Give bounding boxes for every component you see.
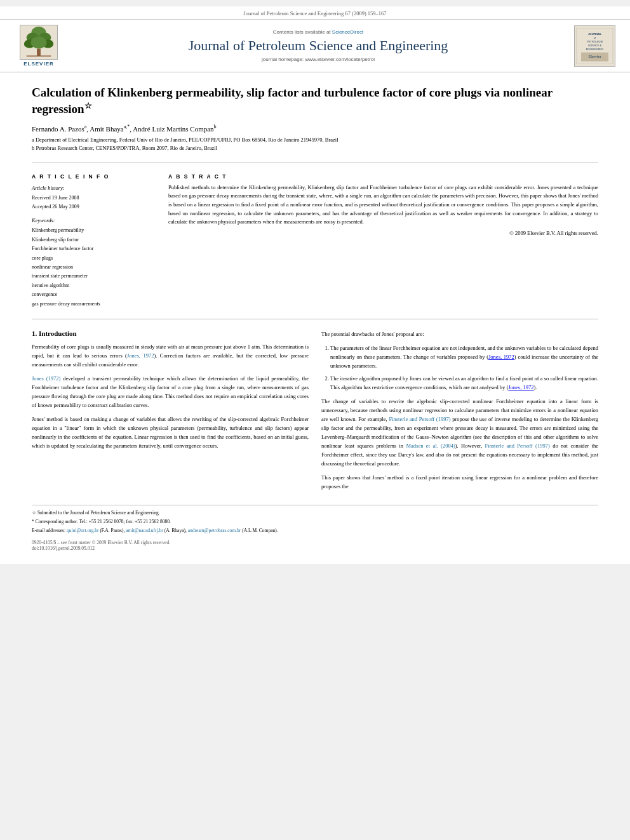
svg-point-6 bbox=[30, 36, 46, 48]
footnote-star: ☆ Submitted to the Journal of Petroleum … bbox=[32, 509, 598, 517]
elsevier-tree-image bbox=[20, 25, 58, 60]
copyright-notice: © 2009 Elsevier B.V. All rights reserved… bbox=[168, 229, 598, 238]
abstract-divider bbox=[32, 319, 598, 319]
intro-left-col: 1. Introduction Permeability of core plu… bbox=[32, 330, 309, 496]
email-link-3[interactable]: andream@petrobras.com.br bbox=[188, 528, 241, 533]
shows-para: This paper shows that Jones' method is a… bbox=[321, 473, 598, 491]
sciencedirect-link[interactable]: ScienceDirect bbox=[332, 29, 363, 35]
doi-text: doi:10.1016/j.petrol.2009.05.012 bbox=[32, 545, 598, 551]
intro-right-col: The potential drawbacks of Jones' propos… bbox=[321, 330, 598, 496]
issn-block: 0920-4105/$ – see front matter © 2009 El… bbox=[32, 540, 598, 551]
journal-badge-container: JOURNAL of PETROLEUM SCIENCE & ENGINEERI… bbox=[569, 25, 620, 67]
abstract-body: Published methods to determine the Klink… bbox=[168, 183, 598, 238]
drawback-item-1: The parameters of the linear Forchheimer… bbox=[330, 343, 598, 370]
keyword-3: Forchheimer turbulence factor bbox=[32, 244, 156, 253]
author-compan: , André Luiz Martins Compan bbox=[130, 124, 213, 132]
main-content: Calculation of Klinkenberg permeability,… bbox=[0, 72, 630, 564]
keyword-6: transient state permeameter bbox=[32, 272, 156, 281]
affiliation-1: a Department of Electrical Engineering, … bbox=[32, 136, 598, 144]
keyword-7: iterative algorithm bbox=[32, 281, 156, 290]
sciencedirect-label: Contents lists available at ScienceDirec… bbox=[67, 29, 569, 35]
citation-text: Journal of Petroleum Science and Enginee… bbox=[243, 10, 386, 17]
drawback-item-2: The iterative algorithm proposed by Jone… bbox=[330, 374, 598, 392]
issn-text: 0920-4105/$ – see front matter © 2009 El… bbox=[32, 540, 598, 545]
elsevier-brand-text: ELSEVIER bbox=[23, 61, 54, 67]
author-sup-b: b bbox=[214, 124, 217, 130]
ref-finsterle1997-1[interactable]: Finsterle and Persoff (1997) bbox=[389, 416, 450, 422]
homepage-url: journal homepage: www.elsevier.com/locat… bbox=[67, 57, 569, 62]
drawbacks-label: The potential drawbacks of Jones' propos… bbox=[321, 330, 598, 338]
accepted-date: Accepted 26 May 2009 bbox=[32, 203, 156, 211]
journal-title-block: Contents lists available at ScienceDirec… bbox=[67, 29, 569, 62]
keyword-2: Klinkenberg slip factor bbox=[32, 236, 156, 244]
journal-citation: Journal of Petroleum Science and Enginee… bbox=[0, 6, 630, 20]
keyword-5: nonlinear regression bbox=[32, 263, 156, 272]
keyword-1: Klinkenberg permeability bbox=[32, 226, 156, 235]
footnote-asterisk: * Corresponding author. Tel.: +55 21 256… bbox=[32, 518, 598, 526]
keywords-list: Klinkenberg permeability Klinkenberg sli… bbox=[32, 226, 156, 309]
footnote-star-text: ☆ Submitted to the Journal of Petroleum … bbox=[32, 510, 160, 516]
email-label: E-mail addresses: bbox=[32, 528, 65, 533]
keyword-8: convergence bbox=[32, 290, 156, 299]
email-link-2[interactable]: amit@nacad.ufrj.br bbox=[126, 528, 163, 533]
svg-text:SCIENCE &: SCIENCE & bbox=[587, 43, 601, 46]
svg-text:ENGINEERING: ENGINEERING bbox=[586, 48, 603, 51]
intro-para3: Jones' method is based on making a chang… bbox=[32, 415, 309, 450]
intro-heading: 1. Introduction bbox=[32, 330, 309, 337]
journal-main-title: Journal of Petroleum Science and Enginee… bbox=[67, 37, 569, 54]
ref-jones1972-1[interactable]: Jones, 1972 bbox=[127, 352, 154, 359]
ref-jones1972-2[interactable]: Jones (1972) bbox=[32, 375, 60, 382]
drawbacks-text: The potential drawbacks of Jones' propos… bbox=[321, 331, 424, 337]
author-bhaya: , Amit Bhaya bbox=[86, 124, 123, 132]
intro-para2: Jones (1972) developed a transient perme… bbox=[32, 374, 309, 410]
keywords-label: Keywords: bbox=[32, 217, 156, 223]
ref-jones1972-4[interactable]: Jones, 1972 bbox=[508, 384, 533, 390]
abstract-col: A B S T R A C T Published methods to det… bbox=[168, 173, 598, 309]
history-label: Article history: bbox=[32, 183, 156, 192]
intro-para1: Permeability of core plugs is usually me… bbox=[32, 342, 309, 369]
title-star: ☆ bbox=[84, 101, 92, 110]
svg-text:Elsevier: Elsevier bbox=[588, 55, 601, 58]
svg-text:PETROLEUM: PETROLEUM bbox=[587, 39, 603, 43]
drawbacks-list: The parameters of the linear Forchheimer… bbox=[321, 343, 598, 392]
keywords-section: Keywords: Klinkenberg permeability Klink… bbox=[32, 217, 156, 309]
received-date: Received 19 June 2008 bbox=[32, 194, 156, 203]
affiliation-2: b Petrobras Research Center, CENPES/PDP/… bbox=[32, 144, 598, 152]
change-para: The change of variables to rewrite the a… bbox=[321, 397, 598, 468]
footnote-emails: E-mail addresses: quini@ort.org.br (F.A.… bbox=[32, 527, 598, 535]
keyword-9: gas pressure decay measurements bbox=[32, 300, 156, 309]
keyword-4: core plugs bbox=[32, 254, 156, 263]
title-text: Calculation of Klinkenberg permeability,… bbox=[32, 86, 553, 116]
email2-text: amit@nacad.ufrj.br bbox=[126, 528, 163, 533]
email1-text: quini@ort.org.br bbox=[67, 528, 99, 533]
authors-line: Fernando A. Pazosa, Amit Bhayaa,*, André… bbox=[32, 124, 598, 133]
article-title: Calculation of Klinkenberg permeability,… bbox=[32, 85, 598, 117]
svg-rect-7 bbox=[37, 49, 41, 57]
author-pazos: Fernando A. Pazos bbox=[32, 124, 84, 132]
article-info-title: A R T I C L E I N F O bbox=[32, 173, 156, 180]
introduction-section: 1. Introduction Permeability of core plu… bbox=[32, 330, 598, 496]
contents-label: Contents lists available at bbox=[273, 29, 331, 35]
email3-text: andream@petrobras.com.br bbox=[188, 528, 241, 533]
abstract-title: A B S T R A C T bbox=[168, 173, 598, 180]
ref-jones1972-3[interactable]: Jones, 1972 bbox=[488, 354, 514, 360]
email3-name: (A.L.M. Compan). bbox=[241, 528, 278, 533]
svg-text:JOURNAL: JOURNAL bbox=[587, 32, 601, 35]
footnotes-section: ☆ Submitted to the Journal of Petroleum … bbox=[32, 505, 598, 535]
section-title: Introduction bbox=[39, 330, 77, 337]
email-link-1[interactable]: quini@ort.org.br bbox=[67, 528, 99, 533]
article-history: Article history: Received 19 June 2008 A… bbox=[32, 183, 156, 211]
footnote-asterisk-text: * Corresponding author. Tel.: +55 21 256… bbox=[32, 519, 171, 524]
author-sup-a2: a,* bbox=[124, 124, 130, 130]
sciencedirect-text: ScienceDirect bbox=[332, 29, 363, 35]
affiliations: a Department of Electrical Engineering, … bbox=[32, 136, 598, 152]
info-abstract-section: A R T I C L E I N F O Article history: R… bbox=[32, 173, 598, 309]
header-divider bbox=[32, 163, 598, 163]
email2-name: (A. Bhaya), bbox=[163, 528, 188, 533]
ref-madsen2004[interactable]: Madsen et al. (2004) bbox=[406, 443, 455, 449]
journal-badge: JOURNAL of PETROLEUM SCIENCE & ENGINEERI… bbox=[574, 25, 615, 67]
email1-name: (F.A. Pazos), bbox=[99, 528, 126, 533]
page: Journal of Petroleum Science and Enginee… bbox=[0, 6, 630, 564]
ref-finsterle1997-2[interactable]: Finsterle and Persoff (1997) bbox=[485, 443, 549, 449]
section-number: 1. bbox=[32, 330, 37, 337]
